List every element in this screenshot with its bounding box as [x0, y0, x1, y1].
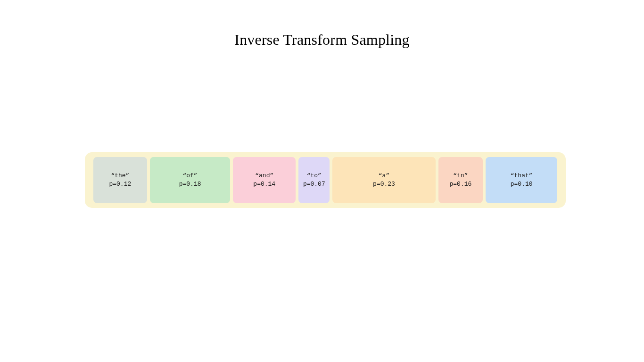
segment-probability: p=0.10 [511, 180, 533, 189]
prob-segment: “of”p=0.18 [150, 157, 231, 203]
segment-probability: p=0.07 [303, 180, 325, 189]
segment-token: “the” [111, 172, 129, 180]
segment-probability: p=0.16 [450, 180, 472, 189]
prob-segment: “that”p=0.10 [486, 157, 557, 203]
segment-token: “that” [511, 172, 533, 180]
segment-token: “a” [379, 172, 389, 180]
prob-segment: “and”p=0.14 [233, 157, 296, 203]
prob-segment: “the”p=0.12 [93, 157, 147, 203]
prob-segment: “a”p=0.23 [332, 157, 435, 203]
segment-token: “in” [453, 172, 468, 180]
prob-segment: “in”p=0.16 [438, 157, 483, 203]
segment-token: “to” [307, 172, 322, 180]
segment-token: “and” [255, 172, 273, 180]
segment-probability: p=0.14 [253, 180, 275, 189]
segment-probability: p=0.18 [179, 180, 201, 189]
segment-probability: p=0.12 [109, 180, 131, 189]
prob-segment: “to”p=0.07 [298, 157, 330, 203]
probability-bar: “the”p=0.12“of”p=0.18“and”p=0.14“to”p=0.… [85, 152, 566, 208]
segment-probability: p=0.23 [373, 180, 395, 189]
page-title: Inverse Transform Sampling [0, 31, 644, 49]
segment-token: “of” [182, 172, 197, 180]
